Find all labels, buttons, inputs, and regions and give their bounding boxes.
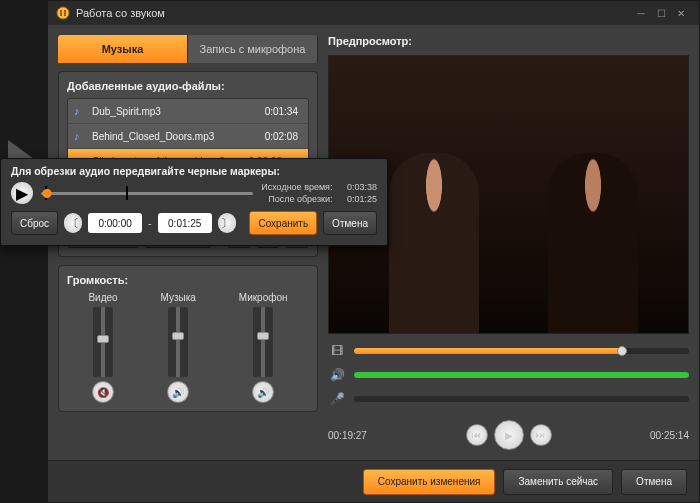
volume-music-label: Музыка	[161, 292, 196, 303]
trim-to-input[interactable]: 0:01:25	[158, 213, 212, 233]
audio-level-slider[interactable]	[354, 372, 689, 378]
volume-video-slider[interactable]	[93, 307, 113, 377]
note-icon: ♪	[74, 130, 86, 142]
next-button[interactable]: ⏭	[530, 424, 552, 446]
mute-music-button[interactable]: 🔊	[167, 381, 189, 403]
window-title: Работа со звуком	[76, 7, 165, 19]
trim-play-button[interactable]: ▶	[11, 182, 33, 204]
video-position-slider[interactable]	[354, 348, 689, 354]
added-files-label: Добавленные аудио-файлы:	[67, 80, 309, 92]
current-time: 00:19:27	[328, 430, 367, 441]
preview-label: Предпросмотр:	[328, 35, 689, 47]
trim-from-input[interactable]: 0:00:00	[88, 213, 142, 233]
volume-mic-label: Микрофон	[239, 292, 288, 303]
trim-save-button[interactable]: Сохранить	[249, 211, 317, 235]
tabs: Музыка Запись с микрофона	[58, 35, 318, 63]
replace-now-button[interactable]: Заменить сейчас	[503, 469, 613, 495]
figure-right	[548, 153, 638, 333]
tab-microphone[interactable]: Запись с микрофона	[188, 35, 318, 63]
microphone-icon: 🎤	[328, 392, 346, 406]
filmstrip-icon: 🎞	[328, 344, 346, 358]
volume-video-label: Видео	[88, 292, 117, 303]
volume-title: Громкость:	[67, 274, 309, 286]
file-row[interactable]: ♪ Dub_Spirit.mp3 0:01:34	[68, 99, 308, 124]
play-button[interactable]: ▶	[494, 420, 524, 450]
mic-level-slider[interactable]	[354, 396, 689, 402]
mute-video-button[interactable]: 🔇	[92, 381, 114, 403]
play-icon: ▶	[16, 184, 28, 203]
minimize-button[interactable]: ─	[631, 5, 651, 21]
trim-title: Для обрезки аудио передвигайте черные ма…	[11, 165, 377, 177]
volume-mic-slider[interactable]	[253, 307, 273, 377]
speaker-icon: 🔊	[257, 387, 269, 398]
volume-music-slider[interactable]	[168, 307, 188, 377]
app-icon	[56, 6, 70, 20]
footer: Сохранить изменения Заменить сейчас Отме…	[48, 460, 699, 502]
volume-panel: Громкость: Видео 🔇 Музыка 🔊 Микрофон	[58, 265, 318, 412]
play-icon: ▶	[505, 430, 513, 441]
trim-popup: Для обрезки аудио передвигайте черные ма…	[0, 158, 388, 246]
file-name: Dub_Spirit.mp3	[92, 106, 256, 117]
mute-mic-button[interactable]: 🔊	[252, 381, 274, 403]
skip-back-icon: ⏮	[472, 430, 481, 440]
titlebar: Работа со звуком ─ ☐ ✕	[48, 1, 699, 25]
file-name: Behind_Closed_Doors.mp3	[92, 131, 256, 142]
note-icon: ♪	[74, 105, 86, 117]
svg-point-0	[57, 7, 69, 19]
speaker-icon: 🔊	[172, 387, 184, 398]
tab-music[interactable]: Музыка	[58, 35, 188, 63]
file-duration: 0:01:34	[256, 106, 298, 117]
skip-forward-icon: ⏭	[536, 430, 545, 440]
file-row[interactable]: ♪ Behind_Closed_Doors.mp3 0:02:08	[68, 124, 308, 149]
file-duration: 0:02:08	[256, 131, 298, 142]
total-time: 00:25:14	[650, 430, 689, 441]
trim-cancel-button[interactable]: Отмена	[323, 211, 377, 235]
save-changes-button[interactable]: Сохранить изменения	[363, 469, 496, 495]
trim-info: Исходное время: 0:03:38 После обрезки: 0…	[261, 181, 377, 205]
figure-left	[389, 153, 479, 333]
maximize-button[interactable]: ☐	[651, 5, 671, 21]
speaker-muted-icon: 🔇	[97, 387, 109, 398]
trim-slider[interactable]	[41, 184, 253, 202]
speaker-icon: 🔊	[328, 368, 346, 382]
dash: -	[148, 217, 152, 229]
cancel-button[interactable]: Отмена	[621, 469, 687, 495]
prev-button[interactable]: ⏮	[466, 424, 488, 446]
trim-reset-button[interactable]: Сброс	[11, 211, 58, 235]
window: Работа со звуком ─ ☐ ✕ Музыка Запись с м…	[47, 0, 700, 503]
close-button[interactable]: ✕	[671, 5, 691, 21]
trim-start-bracket[interactable]: 〔	[64, 213, 82, 233]
trim-end-bracket[interactable]: 〕	[218, 213, 236, 233]
